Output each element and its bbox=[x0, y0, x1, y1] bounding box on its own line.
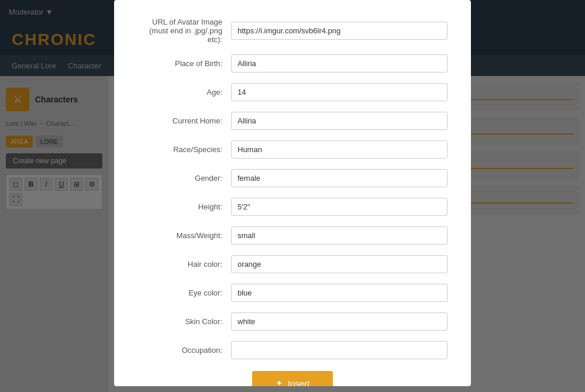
insert-label: Insert bbox=[288, 379, 310, 387]
form-row-place-of-birth: Place of Birth: bbox=[137, 54, 448, 73]
label-current-home: Current Home: bbox=[137, 116, 231, 125]
label-place-of-birth: Place of Birth: bbox=[137, 59, 231, 68]
label-mass-weight: Mass/Weight: bbox=[137, 231, 231, 240]
input-hair-color[interactable] bbox=[231, 255, 448, 273]
input-skin-color[interactable] bbox=[231, 312, 448, 331]
form-row-current-home: Current Home: bbox=[137, 112, 448, 130]
character-form-modal: URL of Avatar Image (must end in .jpg/.p… bbox=[114, 0, 471, 386]
form-row-eye-color: Eye color: bbox=[137, 284, 448, 302]
modal-overlay: URL of Avatar Image (must end in .jpg/.p… bbox=[0, 0, 585, 392]
label-occupation: Occupation: bbox=[137, 346, 231, 355]
form-row-occupation: Occupation: bbox=[137, 341, 448, 359]
form-row-hair-color: Hair color: bbox=[137, 255, 448, 273]
input-place-of-birth[interactable] bbox=[231, 54, 448, 73]
form-row-race-species: Race/Species: bbox=[137, 140, 448, 159]
form-row-skin-color: Skin Color: bbox=[137, 312, 448, 331]
input-mass-weight[interactable] bbox=[231, 226, 448, 245]
insert-icon: ✦ bbox=[276, 378, 283, 386]
label-age: Age: bbox=[137, 88, 231, 97]
input-height[interactable] bbox=[231, 198, 448, 216]
form-rows-container: URL of Avatar Image (must end in .jpg/.p… bbox=[137, 18, 448, 359]
form-row-gender: Gender: bbox=[137, 169, 448, 187]
label-gender: Gender: bbox=[137, 174, 231, 183]
input-avatar-url[interactable] bbox=[231, 22, 448, 40]
form-row-height: Height: bbox=[137, 198, 448, 216]
input-occupation[interactable] bbox=[231, 341, 448, 359]
input-eye-color[interactable] bbox=[231, 284, 448, 302]
label-skin-color: Skin Color: bbox=[137, 317, 231, 326]
input-gender[interactable] bbox=[231, 169, 448, 187]
label-avatar-url: URL of Avatar Image (must end in .jpg/.p… bbox=[137, 18, 231, 44]
label-eye-color: Eye color: bbox=[137, 288, 231, 297]
input-age[interactable] bbox=[231, 83, 448, 101]
input-current-home[interactable] bbox=[231, 112, 448, 130]
form-row-age: Age: bbox=[137, 83, 448, 101]
form-row-avatar-url: URL of Avatar Image (must end in .jpg/.p… bbox=[137, 18, 448, 44]
label-hair-color: Hair color: bbox=[137, 260, 231, 269]
label-race-species: Race/Species: bbox=[137, 145, 231, 154]
label-height: Height: bbox=[137, 202, 231, 211]
input-race-species[interactable] bbox=[231, 140, 448, 159]
insert-button[interactable]: ✦ Insert bbox=[252, 371, 333, 386]
form-row-mass-weight: Mass/Weight: bbox=[137, 226, 448, 245]
